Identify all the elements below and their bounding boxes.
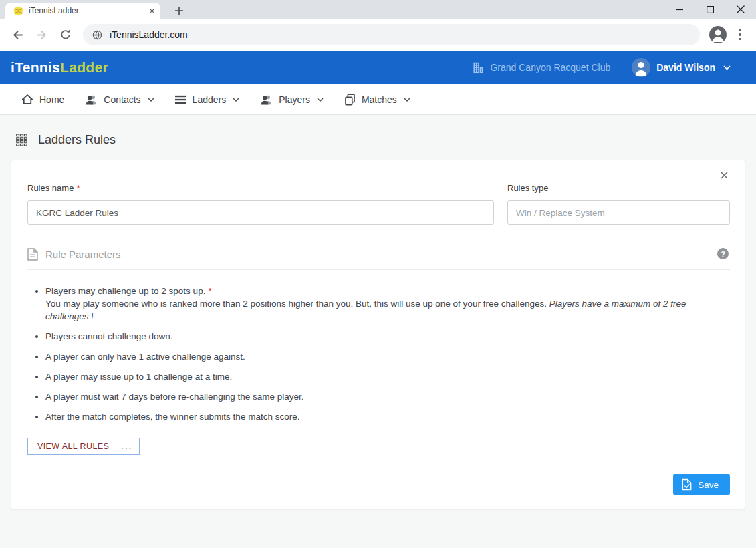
players-people-icon xyxy=(260,94,273,105)
save-document-check-icon xyxy=(682,478,692,491)
matches-pages-icon xyxy=(344,94,356,106)
nav-label: Matches xyxy=(362,94,397,105)
rule-item: After the match completes, the winner su… xyxy=(45,410,730,423)
app-header: iTennisLadder Grand Canyon Racquet Club xyxy=(0,51,756,84)
rule-item: Players cannot challenge down. xyxy=(45,330,730,343)
new-tab-button[interactable] xyxy=(170,3,188,19)
app-logo[interactable]: iTennisLadder xyxy=(11,59,108,76)
chevron-down-icon xyxy=(148,98,154,102)
page-title: Ladders Rules xyxy=(38,133,116,147)
required-marker: * xyxy=(208,286,211,296)
rules-form-row: Rules name* Rules type xyxy=(27,183,730,225)
rules-list: Players may challenge up to 2 spots up.*… xyxy=(27,285,730,423)
rules-card: Rules name* Rules type Rule Parameters ?… xyxy=(11,160,745,509)
ladders-list-icon xyxy=(175,95,186,104)
nav-item-players[interactable]: Players xyxy=(260,94,324,105)
chevron-down-icon xyxy=(317,98,324,102)
main-content: Ladders Rules Rules name* Rules type Rul… xyxy=(0,115,756,548)
site-info-globe-icon[interactable] xyxy=(92,30,102,40)
grid-icon xyxy=(16,134,27,146)
tab-title: iTennisLadder xyxy=(29,6,149,15)
rule-item: A player may issue up to 1 challenge at … xyxy=(45,370,730,383)
club-selector[interactable]: Grand Canyon Racquet Club xyxy=(473,62,610,74)
nav-label: Home xyxy=(39,94,64,105)
rule-parameters-header: Rule Parameters ? xyxy=(27,248,730,270)
nav-label: Ladders xyxy=(193,94,227,105)
page-title-row: Ladders Rules xyxy=(0,115,756,160)
user-name: David Wilson xyxy=(656,62,715,73)
window-controls xyxy=(664,0,756,19)
ellipsis-icon: ... xyxy=(121,444,132,449)
reload-button[interactable] xyxy=(55,24,76,45)
tennis-ball-favicon xyxy=(13,6,23,16)
chevron-down-icon xyxy=(723,65,731,70)
required-marker: * xyxy=(76,183,80,193)
user-menu[interactable]: David Wilson xyxy=(632,58,731,77)
maximize-button[interactable] xyxy=(695,0,725,19)
view-all-rules-button[interactable]: VIEW ALL RULES ... xyxy=(27,438,140,455)
nav-label: Contacts xyxy=(104,94,140,105)
close-window-button[interactable] xyxy=(725,0,756,19)
tab-close-icon[interactable] xyxy=(149,8,155,14)
rules-type-input[interactable] xyxy=(507,200,730,225)
section-help-icon[interactable]: ? xyxy=(717,248,729,259)
address-bar[interactable]: iTennisLadder.com xyxy=(83,24,700,45)
club-name: Grand Canyon Racquet Club xyxy=(490,62,610,73)
browser-menu-icon[interactable] xyxy=(732,29,748,41)
nav-item-ladders[interactable]: Ladders xyxy=(175,94,240,105)
logo-text-secondary: Ladder xyxy=(60,59,108,75)
nav-item-contacts[interactable]: Contacts xyxy=(85,94,154,105)
close-card-icon[interactable] xyxy=(719,170,729,180)
browser-profile-avatar[interactable] xyxy=(709,26,727,43)
chevron-down-icon xyxy=(233,98,239,102)
home-icon xyxy=(21,94,33,105)
save-button[interactable]: Save xyxy=(673,474,730,495)
chevron-down-icon xyxy=(404,98,410,102)
rule-item: Players may challenge up to 2 spots up.*… xyxy=(45,285,730,323)
browser-toolbar: iTennisLadder.com xyxy=(0,19,756,51)
rules-name-label: Rules name* xyxy=(27,183,494,193)
minimize-button[interactable] xyxy=(664,0,695,19)
rules-type-label: Rules type xyxy=(507,183,730,193)
nav-item-home[interactable]: Home xyxy=(21,94,64,105)
nav-item-matches[interactable]: Matches xyxy=(344,94,410,106)
user-avatar xyxy=(632,58,650,77)
building-icon xyxy=(473,62,484,74)
rule-item: A player can only have 1 active challeng… xyxy=(45,350,730,363)
url-text[interactable]: iTennisLadder.com xyxy=(110,29,188,40)
section-title: Rule Parameters xyxy=(45,249,121,260)
browser-tab[interactable]: iTennisLadder xyxy=(5,3,160,19)
browser-titlebar: iTennisLadder xyxy=(0,0,756,19)
nav-label: Players xyxy=(279,94,310,105)
forward-button[interactable] xyxy=(31,24,52,45)
document-icon xyxy=(27,248,38,261)
logo-text-primary: iTennis xyxy=(11,59,60,75)
contacts-people-icon xyxy=(85,94,98,105)
back-button[interactable] xyxy=(7,24,28,45)
rules-name-input[interactable] xyxy=(27,200,494,225)
rule-item: A player must wait 7 days before re-chal… xyxy=(45,390,730,403)
site-nav: Home Contacts Ladders Players Matches xyxy=(0,84,756,115)
